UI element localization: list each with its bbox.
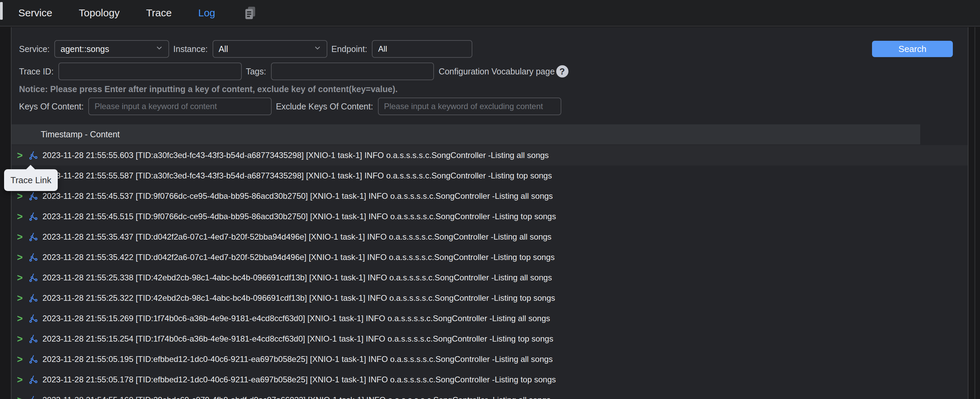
instance-select[interactable]: All (213, 40, 327, 58)
search-button[interactable]: Search (872, 41, 953, 57)
keys-of-content-input[interactable] (88, 97, 272, 115)
chevron-down-icon (313, 43, 322, 54)
tab-log[interactable]: Log (198, 7, 215, 19)
log-row[interactable]: > 2023-11-28 21:55:05.195 [TID:efbbed12-… (11, 349, 968, 369)
trace-id-label: Trace ID: (19, 67, 54, 77)
log-row-text: 2023-11-28 21:55:55.587 [TID:a30fc3ed-fc… (43, 171, 552, 180)
log-row-text: 2023-11-28 21:55:25.322 [TID:42ebd2cb-98… (43, 293, 555, 303)
log-row[interactable]: > 2023-11-28 21:55:55.603 [TID:a30fc3ed-… (11, 145, 968, 166)
tab-trace[interactable]: Trace (146, 7, 172, 19)
chevron-right-icon[interactable]: > (17, 191, 24, 202)
log-row-text: 2023-11-28 21:55:55.603 [TID:a30fc3ed-fc… (43, 150, 549, 160)
table-header-label: Timestamp - Content (11, 129, 119, 139)
log-row-text: 2023-11-28 21:54:55.160 [TID:29ebdc69-c9… (43, 395, 550, 399)
table-header: Timestamp - Content (11, 124, 920, 144)
chevron-down-icon (155, 43, 164, 54)
log-row[interactable]: > 2023-11-28 21:55:45.515 [TID:9f0766dc-… (11, 206, 968, 227)
log-rows: > 2023-11-28 21:55:55.603 [TID:a30fc3ed-… (11, 145, 968, 399)
log-row-text: 2023-11-28 21:55:45.515 [TID:9f0766dc-ce… (43, 212, 556, 221)
top-nav: Service Topology Trace Log (0, 0, 980, 27)
tags-input[interactable] (271, 62, 434, 80)
log-row-text: 2023-11-28 21:55:15.269 [TID:1f74b0c6-a3… (43, 314, 550, 323)
instance-label: Instance: (173, 44, 207, 54)
log-row[interactable]: > 2023-11-28 21:55:45.537 [TID:9f0766dc-… (11, 186, 968, 206)
chevron-right-icon[interactable]: > (17, 334, 24, 345)
log-row-text: 2023-11-28 21:55:45.537 [TID:9f0766dc-ce… (43, 192, 553, 201)
screen-edge-artifact (0, 2, 3, 20)
log-row[interactable]: > 2023-11-28 21:55:05.178 [TID:efbbed12-… (11, 369, 968, 390)
tab-topology[interactable]: Topology (79, 7, 119, 19)
tooltip-text: Trace Link (11, 175, 51, 185)
endpoint-label: Endpoint: (331, 44, 368, 54)
log-row[interactable]: > 2023-11-28 21:55:15.269 [TID:1f74b0c6-… (11, 308, 968, 329)
log-row[interactable]: > 2023-11-28 21:55:35.437 [TID:d042f2a6-… (11, 227, 968, 247)
log-row-text: 2023-11-28 21:55:15.254 [TID:1f74b0c6-a3… (43, 334, 553, 343)
chevron-right-icon[interactable]: > (17, 150, 24, 161)
log-row[interactable]: > 2023-11-28 21:55:25.322 [TID:42ebd2cb-… (11, 288, 968, 308)
service-label: Service: (19, 44, 49, 54)
exclude-keys-label: Exclude Keys Of Content: (276, 102, 373, 112)
configuration-vocabulary-link[interactable]: Configuration Vocabulary page (439, 67, 555, 77)
trace-link-icon[interactable] (29, 233, 38, 242)
trace-link-icon[interactable] (29, 212, 38, 221)
trace-link-icon[interactable] (29, 273, 38, 282)
exclude-keys-input[interactable] (378, 97, 561, 115)
filter-row-keywords: Keys Of Content: Exclude Keys Of Content… (19, 97, 561, 115)
chevron-right-icon[interactable]: > (17, 293, 24, 304)
log-row-text: 2023-11-28 21:55:25.338 [TID:42ebd2cb-98… (43, 273, 552, 282)
filter-row-secondary: Trace ID: Tags: Configuration Vocabulary… (19, 62, 568, 80)
trace-link-icon[interactable] (29, 334, 38, 343)
log-panel: Service: agent::songs Instance: All Endp… (11, 27, 969, 399)
log-row-text: 2023-11-28 21:55:05.178 [TID:efbbed12-1d… (43, 375, 556, 385)
log-row[interactable]: > 2023-11-28 21:54:55.160 [TID:29ebdc69-… (11, 390, 968, 399)
log-row-text: 2023-11-28 21:55:35.422 [TID:d042f2a6-07… (43, 252, 555, 262)
trace-link-icon[interactable] (29, 314, 38, 323)
trace-link-icon[interactable] (29, 355, 38, 364)
documents-icon[interactable] (242, 5, 258, 21)
tab-service[interactable]: Service (18, 7, 52, 19)
keys-of-content-label: Keys Of Content: (19, 102, 84, 112)
filter-row-primary: Service: agent::songs Instance: All Endp… (19, 40, 473, 58)
log-row[interactable]: > 2023-11-28 21:55:25.338 [TID:42ebd2cb-… (11, 268, 968, 288)
service-select-value: agent::songs (60, 44, 109, 54)
trace-link-icon[interactable] (29, 192, 38, 201)
endpoint-input[interactable] (372, 40, 473, 58)
chevron-right-icon[interactable]: > (17, 272, 24, 283)
trace-id-input[interactable] (59, 62, 242, 80)
chevron-right-icon[interactable]: > (17, 374, 24, 385)
log-row-text: 2023-11-28 21:55:05.195 [TID:efbbed12-1d… (43, 354, 553, 364)
trace-link-icon[interactable] (29, 396, 38, 399)
tags-label: Tags: (246, 67, 266, 77)
question-circle-icon[interactable]: ? (556, 65, 568, 78)
chevron-right-icon[interactable]: > (17, 354, 24, 365)
trace-link-icon[interactable] (29, 151, 38, 160)
notice-text: Notice: Please press Enter after inputti… (19, 84, 398, 94)
trace-link-icon[interactable] (29, 375, 38, 385)
log-row[interactable]: > 2023-11-28 21:55:15.254 [TID:1f74b0c6-… (11, 329, 968, 349)
service-select[interactable]: agent::songs (54, 40, 169, 58)
chevron-right-icon[interactable]: > (17, 211, 24, 222)
chevron-right-icon[interactable]: > (17, 231, 24, 243)
scrollbar-track[interactable] (975, 27, 975, 399)
chevron-right-icon[interactable]: > (17, 394, 24, 399)
trace-link-icon[interactable] (29, 253, 38, 262)
log-row-text: 2023-11-28 21:55:35.437 [TID:d042f2a6-07… (43, 232, 552, 242)
log-row[interactable]: > 2023-11-28 21:55:35.422 [TID:d042f2a6-… (11, 247, 968, 268)
log-row[interactable]: > 2023-11-28 21:55:55.587 [TID:a30fc3ed-… (11, 166, 968, 186)
instance-select-value: All (219, 44, 228, 54)
chevron-right-icon[interactable]: > (17, 313, 24, 324)
trace-link-tooltip: Trace Link (4, 169, 58, 191)
trace-link-icon[interactable] (29, 294, 38, 303)
chevron-right-icon[interactable]: > (17, 252, 24, 263)
tooltip-arrow (26, 165, 35, 169)
